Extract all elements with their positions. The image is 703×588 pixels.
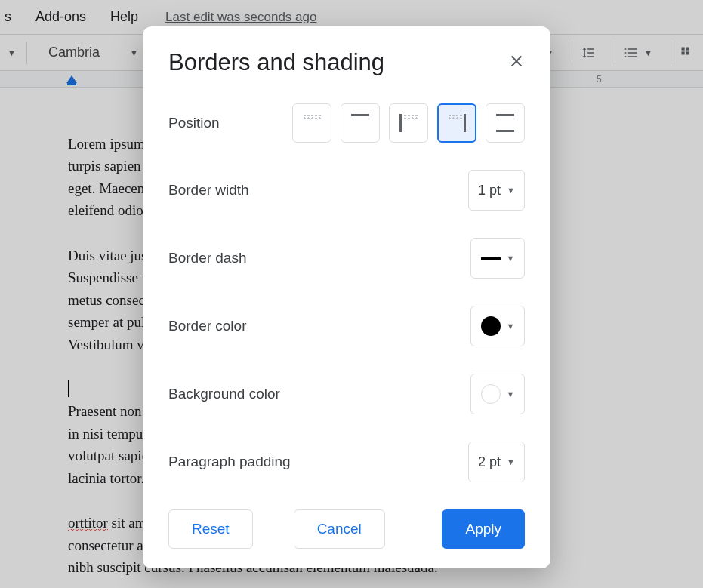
close-icon[interactable] <box>508 53 525 72</box>
background-color-select[interactable]: ▼ <box>470 374 525 414</box>
label-border-dash: Border dash <box>168 250 247 266</box>
chevron-down-icon: ▼ <box>507 186 515 195</box>
position-none-button[interactable] <box>292 103 331 143</box>
position-group <box>292 103 525 143</box>
position-left-button[interactable] <box>389 103 428 143</box>
row-border-dash: Border dash ▼ <box>168 238 525 279</box>
label-background-color: Background color <box>168 386 280 402</box>
dash-solid-icon <box>481 257 501 260</box>
position-right-button[interactable] <box>437 103 476 143</box>
cancel-button[interactable]: Cancel <box>294 509 385 549</box>
chevron-down-icon: ▼ <box>507 457 515 466</box>
chevron-down-icon: ▼ <box>507 254 515 263</box>
row-border-color: Border color ▼ <box>168 306 525 346</box>
label-border-color: Border color <box>168 318 247 334</box>
row-border-width: Border width 1 pt ▼ <box>168 170 525 211</box>
row-position: Position <box>168 103 525 143</box>
border-width-value: 1 pt <box>478 183 501 199</box>
row-background-color: Background color ▼ <box>168 374 525 414</box>
label-position: Position <box>168 115 220 131</box>
position-top-button[interactable] <box>341 103 380 143</box>
color-swatch-black-icon <box>481 316 501 336</box>
row-paragraph-padding: Paragraph padding 2 pt ▼ <box>168 442 525 482</box>
reset-button[interactable]: Reset <box>168 509 253 549</box>
borders-shading-dialog: Borders and shading Position <box>143 26 550 568</box>
label-border-width: Border width <box>168 182 249 199</box>
border-dash-select[interactable]: ▼ <box>470 238 525 279</box>
dialog-button-row: Reset Cancel Apply <box>168 509 525 549</box>
color-swatch-white-icon <box>481 384 501 404</box>
border-color-select[interactable]: ▼ <box>470 306 525 346</box>
position-between-button[interactable] <box>486 103 525 143</box>
paragraph-padding-select[interactable]: 2 pt ▼ <box>468 442 525 482</box>
apply-button[interactable]: Apply <box>442 509 525 549</box>
chevron-down-icon: ▼ <box>507 389 515 399</box>
label-paragraph-padding: Paragraph padding <box>168 454 291 470</box>
chevron-down-icon: ▼ <box>507 322 515 331</box>
dialog-title: Borders and shading <box>168 49 384 76</box>
border-width-select[interactable]: 1 pt ▼ <box>468 170 525 211</box>
paragraph-padding-value: 2 pt <box>478 454 501 470</box>
